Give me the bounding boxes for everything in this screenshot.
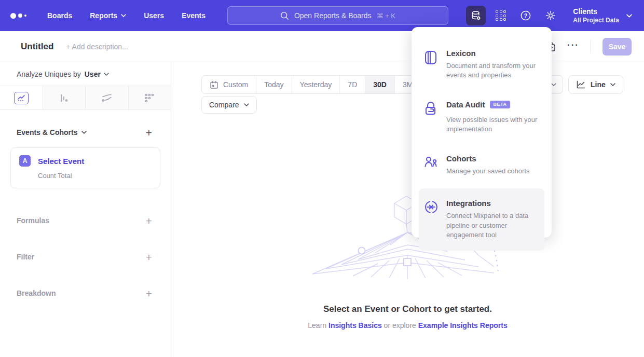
compare-dropdown[interactable]: Compare: [201, 96, 257, 114]
chevron-down-icon: [121, 14, 126, 17]
example-reports-link[interactable]: Example Insights Reports: [418, 321, 508, 329]
chevron-down-icon: [610, 83, 615, 86]
apps-grid-icon: [496, 10, 506, 21]
add-event-button[interactable]: +: [146, 127, 152, 138]
data-management-button[interactable]: [466, 6, 486, 25]
search-icon: [280, 11, 289, 20]
menu-item-title: Data Audit: [446, 100, 485, 109]
flows-icon: [101, 92, 113, 104]
analyze-uniques-row: Analyze Uniques by User: [0, 62, 171, 86]
data-management-dropdown: Lexicon Document and transform your even…: [412, 27, 552, 238]
help-button[interactable]: ?: [516, 6, 536, 25]
chevron-down-icon: [244, 103, 249, 106]
calendar-icon: [210, 80, 218, 89]
nav-item-label: Boards: [47, 11, 72, 20]
nav-item-events[interactable]: Events: [182, 11, 205, 20]
middle-text: or explore: [382, 321, 418, 329]
analyze-value: User: [85, 70, 101, 78]
line-chart-icon: [576, 80, 586, 89]
menu-item-data-audit[interactable]: Data Audit BETA View possible issues wit…: [419, 96, 544, 139]
add-description-field[interactable]: + Add description...: [66, 43, 128, 51]
nav-item-boards[interactable]: Boards: [47, 11, 72, 20]
lexicon-book-icon: [424, 49, 437, 80]
report-title[interactable]: Untitled: [21, 42, 53, 52]
tab-insights-line[interactable]: [0, 86, 43, 109]
chevron-down-icon: [104, 73, 109, 76]
range-yesterday[interactable]: Yesterday: [292, 76, 340, 93]
add-breakdown-button[interactable]: +: [146, 288, 152, 299]
trend-line-icon: [14, 92, 29, 104]
tab-retention-grid[interactable]: [129, 86, 171, 109]
nav-item-label: Users: [144, 11, 164, 20]
menu-item-description: Document and transform your events and p…: [446, 61, 539, 80]
range-custom[interactable]: Custom: [202, 76, 256, 93]
menu-item-cohorts[interactable]: Cohorts Manage your saved cohorts: [419, 150, 544, 180]
apps-grid-button[interactable]: [491, 6, 511, 25]
add-formula-button[interactable]: +: [146, 215, 152, 226]
range-30d-selected[interactable]: 30D: [365, 76, 395, 93]
filter-section: Filter +: [0, 246, 171, 267]
bar-chart-icon: [58, 92, 70, 104]
tab-flows[interactable]: [86, 86, 129, 109]
project-name: Clients: [573, 7, 619, 17]
range-today[interactable]: Today: [256, 76, 292, 93]
query-builder-sidebar: Analyze Uniques by User: [0, 62, 171, 357]
range-7d[interactable]: 7D: [340, 76, 365, 93]
menu-item-lexicon[interactable]: Lexicon Document and transform your even…: [419, 45, 544, 85]
analyze-value-dropdown[interactable]: User: [85, 70, 109, 78]
menu-item-description: View possible issues with your implement…: [446, 115, 539, 134]
data-audit-lock-icon: [424, 100, 437, 134]
chart-type-dropdown[interactable]: Line: [568, 75, 623, 94]
project-scope: All Project Data: [573, 17, 619, 24]
integrations-sync-icon: [424, 199, 437, 240]
nav-item-reports[interactable]: Reports: [90, 11, 126, 20]
events-cohorts-section: Events & Cohorts +: [0, 121, 171, 143]
report-canvas: Custom Today Yesterday 7D 30D 3M 6M Line…: [171, 62, 644, 357]
event-card[interactable]: A Select Event Count Total: [10, 147, 160, 188]
add-filter-button[interactable]: +: [146, 252, 152, 263]
menu-item-integrations[interactable]: Integrations Connect Mixpanel to a data …: [419, 188, 544, 250]
gear-icon: [545, 10, 556, 21]
analyze-label: Analyze Uniques by: [17, 70, 81, 78]
events-cohorts-label: Events & Cohorts: [17, 128, 77, 136]
global-search-input[interactable]: Open Reports & Boards ⌘ + K: [227, 6, 448, 25]
help-icon: ?: [520, 10, 531, 21]
breakdown-section: Breakdown +: [0, 283, 171, 304]
insights-basics-link[interactable]: Insights Basics: [328, 321, 382, 329]
svg-text:?: ?: [524, 12, 528, 19]
nav-item-label: Events: [182, 11, 205, 20]
range-label: Custom: [223, 80, 248, 89]
chevron-down-icon: [81, 131, 87, 134]
empty-state: Select an Event or Cohort to get started…: [171, 191, 644, 329]
chevron-down-icon: [626, 14, 632, 17]
save-button[interactable]: Save: [602, 38, 632, 56]
project-selector[interactable]: Clients All Project Data: [573, 7, 632, 24]
tab-bar-chart[interactable]: [43, 86, 86, 109]
chart-type-label: Line: [591, 80, 606, 89]
menu-item-title: Cohorts: [446, 154, 529, 163]
search-shortcut: ⌘ + K: [377, 12, 396, 20]
event-letter-badge: A: [19, 155, 31, 167]
event-aggregation-selector[interactable]: Count Total: [38, 172, 152, 180]
nav-item-users[interactable]: Users: [144, 11, 164, 20]
events-cohorts-toggle[interactable]: Events & Cohorts: [17, 128, 87, 136]
chevron-down-icon: [551, 83, 556, 86]
learn-prefix: Learn: [308, 321, 328, 329]
select-event-button[interactable]: Select Event: [38, 157, 84, 166]
cohorts-people-icon: [424, 154, 437, 176]
dot-grid-icon: [144, 92, 155, 104]
menu-item-title: Integrations: [446, 199, 539, 208]
divider: [591, 40, 591, 53]
formulas-label: Formulas: [17, 216, 49, 225]
more-options-button[interactable]: ···: [567, 40, 579, 52]
top-navigation-bar: Boards Reports Users Events Open Reports…: [0, 0, 644, 31]
filter-label: Filter: [17, 253, 34, 261]
empty-state-links: Learn Insights Basics or explore Example…: [308, 321, 507, 329]
mixpanel-logo-icon[interactable]: [10, 13, 26, 19]
database-gear-icon: [471, 10, 482, 21]
chart-type-tabs: [0, 86, 171, 110]
search-placeholder: Open Reports & Boards: [294, 11, 372, 20]
settings-button[interactable]: [541, 6, 560, 25]
compare-label: Compare: [209, 101, 239, 109]
menu-item-description: Manage your saved cohorts: [446, 167, 529, 176]
